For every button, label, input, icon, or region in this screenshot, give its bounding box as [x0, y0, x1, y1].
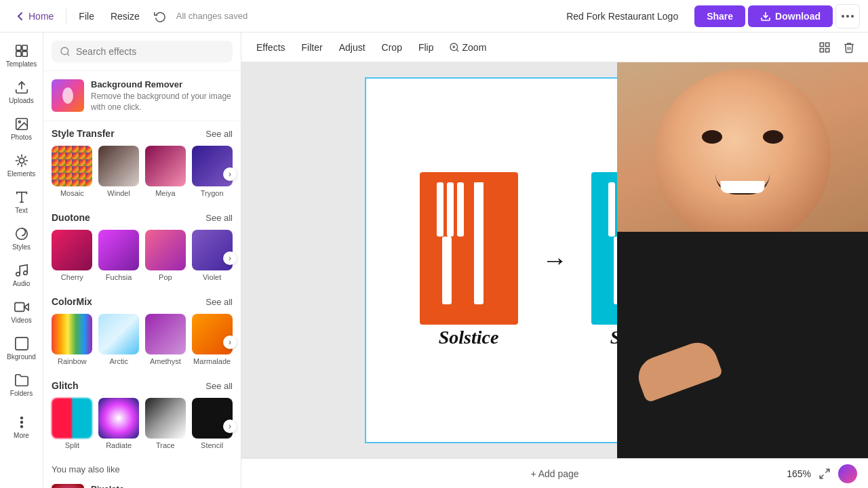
svg-rect-47 — [608, 182, 615, 237]
crop-ctrl-btn[interactable] — [681, 62, 700, 77]
pop-thumb — [145, 230, 186, 270]
svg-point-23 — [61, 47, 68, 55]
effect-radiate[interactable]: Radiate — [98, 398, 140, 449]
effect-rainbow[interactable]: Rainbow — [52, 314, 93, 365]
duotone-next-arrow[interactable]: › — [223, 251, 237, 265]
text-icon — [14, 190, 29, 205]
copy-ctrl-btn[interactable] — [703, 62, 722, 77]
effect-pop[interactable]: Pop — [145, 230, 186, 281]
effect-windel[interactable]: Windel — [98, 146, 140, 197]
effects-toolbar-btn[interactable]: Effects — [250, 38, 292, 57]
svg-point-14 — [16, 228, 27, 240]
colormix-header: ColorMix See all — [43, 289, 241, 311]
effect-mosaic[interactable]: Mosaic — [52, 146, 93, 197]
sidebar-item-styles[interactable]: Styles — [3, 221, 41, 256]
resize-button[interactable]: Resize — [104, 7, 146, 26]
crop-ctrl-icon — [686, 63, 695, 73]
more-sidebar-button[interactable]: More — [3, 409, 41, 445]
arctic-label: Arctic — [109, 357, 128, 365]
flip-toolbar-btn[interactable]: Flip — [412, 38, 441, 57]
share-button[interactable]: Share — [694, 5, 745, 27]
duotone-see-all[interactable]: See all — [205, 213, 233, 223]
delete-toolbar-btn[interactable] — [838, 37, 860, 58]
project-title: Red Fork Restaurant Logo — [566, 11, 678, 22]
colormix-next-arrow[interactable]: › — [223, 336, 237, 349]
videos-icon — [14, 300, 29, 314]
undo-button[interactable] — [149, 5, 171, 27]
user-avatar[interactable] — [838, 464, 857, 483]
sidebar-item-text[interactable]: Text — [3, 184, 41, 220]
more-dots-icon — [842, 15, 854, 18]
rainbow-thumb — [52, 314, 92, 354]
bg-remover-desc: Remove the background of your image with… — [91, 92, 233, 113]
uploads-label: Uploads — [9, 97, 34, 104]
effect-amethyst[interactable]: Amethyst — [145, 314, 186, 365]
style-transfer-next-arrow[interactable]: › — [223, 167, 237, 181]
effect-meiya[interactable]: Meiya — [145, 146, 186, 197]
style-transfer-see-all[interactable]: See all — [205, 129, 233, 139]
effect-fuchsia[interactable]: Fuchsia — [98, 230, 140, 281]
sidebar-item-elements[interactable]: Elements — [3, 148, 41, 183]
sidebar-item-folders[interactable]: Folders — [3, 367, 41, 403]
text-label: Text — [15, 207, 27, 214]
suggestions-header: You may also like — [43, 458, 241, 479]
uploads-icon — [14, 80, 29, 95]
sidebar-item-templates[interactable]: Templates — [3, 38, 41, 73]
back-home-button[interactable]: Home — [8, 7, 60, 26]
split-thumb — [52, 398, 92, 439]
zoom-label: Zoom — [462, 42, 487, 53]
marmalade-thumb — [192, 314, 233, 354]
filter-toolbar-btn[interactable]: Filter — [295, 38, 330, 57]
svg-rect-46 — [591, 172, 690, 325]
download-icon — [760, 11, 771, 22]
folders-label: Folders — [10, 390, 33, 397]
file-menu-button[interactable]: File — [72, 7, 101, 26]
adjust-toolbar-btn[interactable]: Adjust — [332, 38, 372, 57]
expand-ctrl-icon — [729, 63, 738, 73]
sidebar-item-background[interactable]: Bkground — [3, 331, 41, 366]
zoom-level-display: 165% — [787, 468, 811, 479]
svg-rect-32 — [820, 48, 823, 52]
add-page-button[interactable]: + Add page — [522, 464, 587, 483]
glitch-next-arrow[interactable]: › — [223, 420, 237, 433]
effect-trace[interactable]: Trace — [145, 398, 186, 449]
expand-ctrl-btn[interactable] — [724, 62, 743, 77]
sidebar-item-uploads[interactable]: Uploads — [3, 75, 41, 110]
more-options-button[interactable] — [835, 4, 860, 28]
search-input[interactable] — [76, 46, 224, 57]
toolbar-right — [814, 37, 860, 58]
svg-line-58 — [707, 190, 712, 196]
sidebar-item-photos[interactable]: Photos — [3, 111, 41, 146]
canvas-wrapper: ↻ — [241, 62, 868, 458]
zoom-toolbar-area[interactable]: Zoom — [443, 38, 492, 57]
svg-rect-41 — [457, 182, 464, 237]
svg-rect-31 — [826, 43, 829, 46]
violet-thumb — [192, 230, 233, 270]
glitch-see-all[interactable]: See all — [205, 381, 233, 391]
effect-cherry[interactable]: Cherry — [52, 230, 93, 281]
fullscreen-button[interactable] — [815, 464, 834, 483]
grid-toolbar-btn[interactable] — [814, 37, 835, 58]
canvas-content: Solstice → — [366, 79, 743, 442]
download-button[interactable]: Download — [748, 5, 833, 27]
mosaic-thumb — [52, 146, 92, 186]
bg-remover-icon — [58, 85, 78, 106]
logo-after-svg: Solstice — [588, 169, 693, 352]
sidebar-item-audio[interactable]: Audio — [3, 258, 41, 293]
crop-toolbar-btn[interactable]: Crop — [375, 38, 409, 57]
canvas-frame[interactable]: ↻ — [365, 77, 745, 443]
effect-arctic[interactable]: Arctic — [98, 314, 140, 365]
bg-remover-item[interactable]: Background Remover Remove the background… — [43, 71, 241, 121]
svg-line-61 — [820, 474, 823, 478]
svg-point-11 — [19, 158, 24, 163]
svg-rect-4 — [16, 45, 20, 50]
effect-split[interactable]: Split — [52, 398, 93, 449]
svg-marker-17 — [24, 304, 28, 310]
sugg-pixelate[interactable]: Pixelate Give your image a pixelated loo… — [43, 479, 241, 488]
sidebar-item-videos[interactable]: Videos — [3, 294, 41, 329]
colormix-see-all[interactable]: See all — [205, 297, 233, 307]
svg-rect-38 — [420, 172, 518, 325]
effects-search-area — [43, 33, 241, 71]
canvas-refresh-btn[interactable]: ↻ — [746, 249, 768, 271]
svg-rect-34 — [688, 66, 693, 70]
